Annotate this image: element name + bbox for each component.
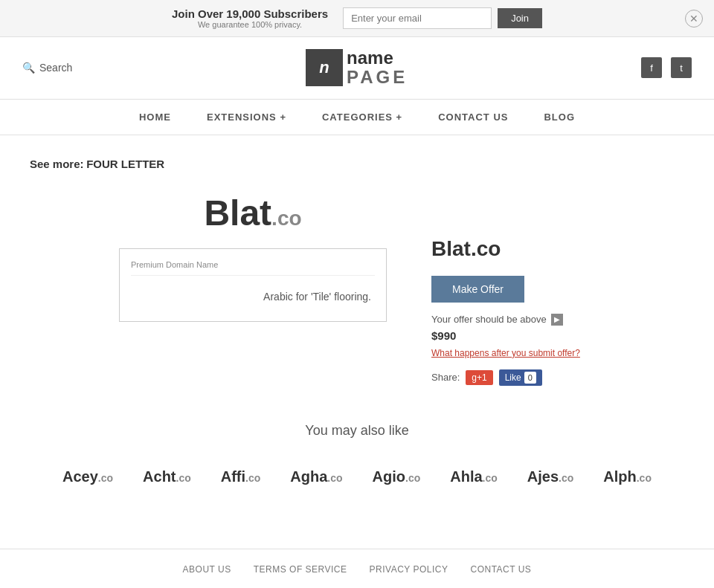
footer-terms[interactable]: TERMS OF SERVICE bbox=[254, 564, 347, 575]
main-nav: HOME EXTENSIONS + CATEGORIES + CONTACT U… bbox=[0, 100, 714, 135]
logo-name: name bbox=[347, 48, 408, 68]
similar-domain-name: Ajes bbox=[527, 468, 559, 485]
nav-blog[interactable]: BLOG bbox=[526, 100, 593, 135]
similar-domain-tld: .co bbox=[98, 472, 113, 484]
similar-domain-tld: .co bbox=[559, 472, 573, 484]
header: 🔍 Search n name PAGE f t bbox=[0, 37, 714, 100]
nav-contact[interactable]: CONTACT US bbox=[420, 100, 526, 135]
footer-contact[interactable]: CONTACT US bbox=[470, 564, 531, 575]
domain-left: Blat.co Premium Domain Name Arabic for '… bbox=[119, 193, 387, 322]
nav-categories[interactable]: CATEGORIES + bbox=[304, 100, 420, 135]
similar-domain-tld: .co bbox=[245, 472, 260, 484]
banner-form: Join bbox=[343, 7, 542, 29]
banner-text: Join Over 19,000 Subscribers We guarante… bbox=[172, 7, 328, 29]
search-button[interactable]: 🔍 Search bbox=[22, 62, 72, 74]
list-item[interactable]: Acht.co bbox=[128, 457, 206, 497]
similar-domain-name: Agio bbox=[373, 468, 405, 485]
facebook-link[interactable]: f bbox=[641, 57, 662, 78]
search-label: Search bbox=[39, 62, 72, 74]
list-item[interactable]: Acey.co bbox=[48, 457, 128, 497]
offer-price: $990 bbox=[431, 329, 595, 342]
footer-about[interactable]: ABOUT US bbox=[183, 564, 231, 575]
list-item[interactable]: Agha.co bbox=[275, 457, 357, 497]
nav-extensions[interactable]: EXTENSIONS + bbox=[189, 100, 304, 135]
domain-description: Arabic for 'Tile' flooring. bbox=[131, 283, 375, 310]
similar-domain-name: Acht bbox=[143, 468, 176, 485]
share-label: Share: bbox=[431, 372, 460, 383]
offer-info: Your offer should be above ▶ bbox=[431, 314, 595, 326]
logo-letter: n bbox=[319, 58, 329, 77]
make-offer-button[interactable]: Make Offer bbox=[431, 276, 524, 303]
logo-text: name PAGE bbox=[347, 48, 408, 88]
list-item[interactable]: Ajes.co bbox=[512, 457, 588, 497]
fb-like-count: 0 bbox=[524, 372, 536, 384]
google-plus-button[interactable]: g+1 bbox=[466, 370, 492, 385]
footer-nav: ABOUT US TERMS OF SERVICE PRIVACY POLICY… bbox=[0, 549, 714, 588]
list-item[interactable]: Alph.co bbox=[588, 457, 666, 497]
banner-headline: Join Over 19,000 Subscribers bbox=[172, 7, 328, 20]
domain-logo: Blat.co bbox=[119, 193, 387, 233]
logo[interactable]: n name PAGE bbox=[306, 48, 408, 88]
close-banner-button[interactable]: ✕ bbox=[685, 10, 703, 28]
domain-info-box: Premium Domain Name Arabic for 'Tile' fl… bbox=[119, 248, 387, 322]
domain-tld-display: .co bbox=[271, 207, 301, 230]
similar-domains-list: Acey.co Acht.co Affi.co Agha.co Agio.co … bbox=[30, 457, 684, 497]
fb-like-label: Like bbox=[505, 372, 521, 383]
domain-name-display: Blat bbox=[204, 193, 271, 233]
domain-right: Blat.co Make Offer Your offer should be … bbox=[431, 193, 595, 386]
join-button[interactable]: Join bbox=[498, 8, 542, 28]
banner-subtext: We guarantee 100% privacy. bbox=[172, 20, 328, 29]
list-item[interactable]: Agio.co bbox=[358, 457, 436, 497]
email-input[interactable] bbox=[343, 7, 492, 29]
list-item[interactable]: Affi.co bbox=[206, 457, 276, 497]
list-item[interactable]: Ahla.co bbox=[435, 457, 512, 497]
similar-domain-name: Alph bbox=[603, 468, 636, 485]
see-more-label: See more: bbox=[30, 158, 84, 170]
main-content: See more: FOUR LETTER Blat.co Premium Do… bbox=[0, 135, 714, 549]
social-links: f t bbox=[641, 57, 692, 78]
similar-domain-tld: .co bbox=[405, 472, 420, 484]
search-icon: 🔍 bbox=[22, 62, 35, 74]
similar-domain-name: Ahla bbox=[450, 468, 482, 485]
also-like-section: You may also like Acey.co Acht.co Affi.c… bbox=[30, 423, 684, 497]
similar-domain-tld: .co bbox=[637, 472, 652, 484]
similar-domain-name: Agha bbox=[290, 468, 327, 485]
domain-title: Blat.co bbox=[431, 237, 595, 261]
twitter-link[interactable]: t bbox=[671, 57, 692, 78]
domain-section: Blat.co Premium Domain Name Arabic for '… bbox=[30, 193, 684, 386]
breadcrumb: See more: FOUR LETTER bbox=[30, 158, 684, 170]
facebook-like-button[interactable]: Like 0 bbox=[499, 369, 542, 386]
similar-domain-tld: .co bbox=[483, 472, 498, 484]
nav-home[interactable]: HOME bbox=[121, 100, 189, 135]
top-banner: Join Over 19,000 Subscribers We guarante… bbox=[0, 0, 714, 37]
offer-question-link[interactable]: What happens after you submit offer? bbox=[431, 348, 595, 358]
offer-text: Your offer should be above bbox=[431, 314, 547, 325]
share-row: Share: g+1 Like 0 bbox=[431, 369, 595, 386]
similar-domain-name: Affi bbox=[221, 468, 245, 485]
domain-info-label: Premium Domain Name bbox=[131, 260, 375, 276]
similar-domain-tld: .co bbox=[176, 472, 191, 484]
logo-page: PAGE bbox=[347, 68, 408, 87]
also-like-title: You may also like bbox=[30, 423, 684, 439]
offer-arrow-icon: ▶ bbox=[551, 314, 563, 326]
similar-domain-name: Acey bbox=[62, 468, 98, 485]
category-label[interactable]: FOUR LETTER bbox=[86, 158, 164, 170]
similar-domain-tld: .co bbox=[327, 472, 342, 484]
logo-box: n bbox=[306, 49, 343, 86]
footer-privacy[interactable]: PRIVACY POLICY bbox=[370, 564, 448, 575]
